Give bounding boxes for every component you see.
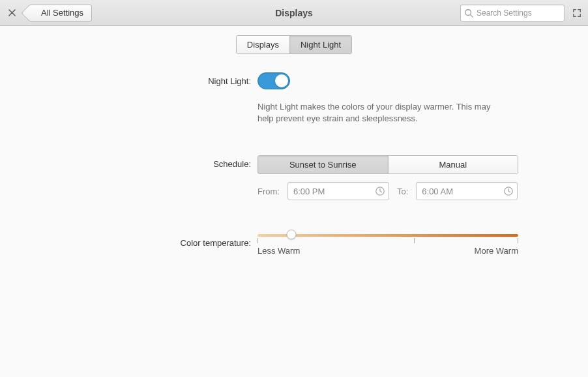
slider-min-label: Less Warm xyxy=(257,246,300,256)
tab-displays[interactable]: Displays xyxy=(237,36,289,53)
schedule-option-manual[interactable]: Manual xyxy=(388,156,518,173)
to-label: To: xyxy=(397,187,408,196)
color-temperature-slider[interactable]: Less Warm More Warm xyxy=(257,234,518,256)
slider-thumb[interactable] xyxy=(287,230,297,239)
to-time-input[interactable] xyxy=(416,182,518,200)
schedule-times: From: To: xyxy=(257,182,526,200)
schedule-option-sunset[interactable]: Sunset to Sunrise xyxy=(258,156,388,173)
search-input[interactable] xyxy=(460,5,565,22)
close-icon xyxy=(8,9,16,16)
slider-max-label: More Warm xyxy=(475,246,518,256)
clock-icon xyxy=(375,186,385,196)
window-title: Displays xyxy=(275,8,313,18)
search-icon xyxy=(464,8,473,18)
tab-night-light[interactable]: Night Light xyxy=(289,36,351,53)
night-light-toggle[interactable] xyxy=(257,72,290,89)
titlebar: All Settings Displays xyxy=(0,0,588,26)
to-time-field xyxy=(416,182,518,200)
schedule-segmented: Sunset to Sunrise Manual xyxy=(257,155,518,174)
search-wrap xyxy=(460,5,565,22)
content-area: Displays Night Light Night Light: Night … xyxy=(0,26,588,256)
night-light-form: Night Light: Night Light makes the color… xyxy=(62,72,526,256)
from-time-field xyxy=(287,182,389,200)
clock-icon xyxy=(503,186,514,196)
svg-line-1 xyxy=(471,14,473,17)
close-button[interactable] xyxy=(5,7,18,20)
schedule-label: Schedule: xyxy=(62,155,257,169)
back-label: All Settings xyxy=(41,8,83,18)
from-time-input[interactable] xyxy=(287,182,389,200)
from-label: From: xyxy=(257,187,280,196)
back-all-settings-button[interactable]: All Settings xyxy=(29,5,92,22)
slider-track xyxy=(257,234,518,237)
color-temperature-label: Color temperature: xyxy=(62,234,257,248)
maximize-button[interactable] xyxy=(571,7,583,19)
expand-icon xyxy=(572,8,581,18)
view-switcher: Displays Night Light xyxy=(236,35,352,54)
night-light-label: Night Light: xyxy=(62,72,257,86)
night-light-description: Night Light makes the colors of your dis… xyxy=(257,101,505,124)
